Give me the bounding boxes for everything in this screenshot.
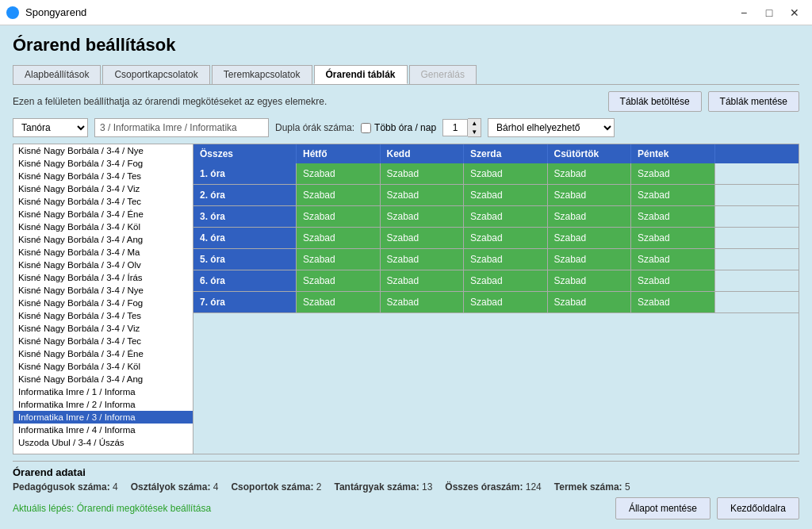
grid-cell[interactable]: Szabad [381, 185, 465, 205]
grid-cell[interactable]: Szabad [631, 249, 715, 270]
stat-item: Összes óraszám: 124 [445, 481, 541, 493]
grid-row: 2. óraSzabadSzabadSzabadSzabadSzabad [193, 185, 799, 206]
list-item[interactable]: Informatika Imre / 4 / Informa [13, 424, 193, 436]
list-item[interactable]: Kisné Nagy Borbála / 3-4 / Írás [13, 271, 193, 284]
tab-teremkapcsolatok[interactable]: Teremkapcsolatok [212, 65, 312, 84]
list-item[interactable]: Kisné Nagy Borbála / 3-4 / Fog [13, 157, 193, 170]
grid-cell[interactable]: Szabad [297, 228, 381, 248]
grid-cell[interactable]: Szabad [548, 185, 632, 205]
grid-cell[interactable]: Szabad [464, 292, 548, 312]
grid-cell[interactable]: Szabad [548, 228, 632, 248]
grid-cell[interactable]: Szabad [548, 270, 632, 291]
aktualis-text: Aktuális lépés: Órarendi megkötések beál… [13, 503, 211, 514]
kezdolap-button[interactable]: Kezdőoldalra [717, 497, 799, 519]
list-item[interactable]: Kisné Nagy Borbála / 3-4 / Köl [13, 360, 193, 373]
grid-cell[interactable]: Szabad [631, 292, 715, 312]
grid-cell[interactable]: Szabad [548, 163, 632, 184]
toolbar-buttons: Táblák betöltése Táblák mentése [608, 91, 799, 112]
close-button[interactable]: ✕ [783, 4, 806, 21]
grid-cell[interactable]: Szabad [381, 292, 465, 312]
grid-col-hetfo: Hétfő [297, 144, 381, 163]
list-item[interactable]: Kisné Nagy Borbála / 3-4 / Éne [13, 347, 193, 360]
placement-select[interactable]: Bárhol elhelyezhető Csak reggel Csak dél… [488, 118, 615, 137]
minimize-button[interactable]: − [733, 4, 755, 21]
grid-cell[interactable]: Szabad [297, 270, 381, 291]
grid-cell[interactable]: Szabad [464, 228, 548, 248]
grid-cell[interactable]: Szabad [631, 163, 715, 184]
list-item[interactable]: Kisné Nagy Borbála / 3-4 / Viz [13, 182, 193, 195]
grid-cell[interactable]: Szabad [631, 185, 715, 205]
grid-cell[interactable]: Szabad [297, 206, 381, 227]
tab-csoportkapcsolatok[interactable]: Csoportkapcsolatok [102, 65, 209, 84]
row-label: 2. óra [193, 185, 297, 205]
grid-cell[interactable]: Szabad [381, 270, 465, 291]
list-item[interactable]: Kisné Nagy Borbála / 3-4 / Nye [13, 144, 193, 157]
grid-cell[interactable]: Szabad [297, 249, 381, 270]
schedule-grid: Összes Hétfő Kedd Szerda Csütörtök Pénte… [193, 144, 799, 454]
grid-cell[interactable]: Szabad [631, 206, 715, 227]
list-item[interactable]: Kisné Nagy Borbála / 3-4 / Tes [13, 309, 193, 322]
list-item[interactable]: Kisné Nagy Borbála / 3-4 / Nye [13, 284, 193, 297]
grid-cell[interactable]: Szabad [548, 206, 632, 227]
grid-cell[interactable]: Szabad [297, 292, 381, 312]
item-list[interactable]: Kisné Nagy Borbála / 3-4 / NyeKisné Nagy… [13, 144, 193, 454]
list-item[interactable]: Kisné Nagy Borbála / 3-4 / Tec [13, 195, 193, 208]
stat-item: Osztályok száma: 4 [131, 481, 219, 493]
list-item[interactable]: Kisné Nagy Borbála / 3-4 / Olv [13, 259, 193, 271]
list-item[interactable]: Kisné Nagy Borbála / 3-4 / Ang [13, 373, 193, 385]
grid-cell[interactable]: Szabad [548, 249, 632, 270]
tobb-ora-checkbox[interactable] [361, 123, 371, 133]
grid-cell[interactable]: Szabad [381, 163, 465, 184]
list-item[interactable]: Kisné Nagy Borbála / 3-4 / Köl [13, 220, 193, 233]
list-item[interactable]: Kisné Nagy Borbála / 3-4 / Éne [13, 208, 193, 220]
grid-col-szerda: Szerda [464, 144, 548, 163]
grid-cell[interactable]: Szabad [464, 163, 548, 184]
row-label: 5. óra [193, 249, 297, 270]
spinner-input[interactable] [442, 119, 468, 136]
spinner-group: ▲ ▼ [442, 118, 481, 137]
grid-cell[interactable]: Szabad [297, 163, 381, 184]
row-label: 6. óra [193, 270, 297, 291]
grid-cell[interactable]: Szabad [381, 249, 465, 270]
stat-item: Tantárgyak száma: 13 [335, 481, 433, 493]
grid-cell[interactable]: Szabad [297, 185, 381, 205]
save-tables-button[interactable]: Táblák mentése [708, 91, 799, 112]
grid-cell[interactable]: Szabad [464, 206, 548, 227]
spinner-buttons: ▲ ▼ [468, 118, 481, 137]
tab-bar: Alapbeállítások Csoportkapcsolatok Terem… [13, 65, 799, 85]
grid-col-osszes: Összes [193, 144, 297, 163]
list-item[interactable]: Kisné Nagy Borbála / 3-4 / Ma [13, 246, 193, 259]
grid-cell[interactable]: Szabad [631, 270, 715, 291]
spinner-down[interactable]: ▼ [468, 128, 481, 136]
tobb-ora-label: Több óra / nap [374, 122, 436, 133]
grid-cell[interactable]: Szabad [381, 206, 465, 227]
list-item[interactable]: Informatika Imre / 3 / Informa [13, 411, 193, 424]
list-item[interactable]: Kisné Nagy Borbála / 3-4 / Fog [13, 297, 193, 309]
list-item[interactable]: Kisné Nagy Borbála / 3-4 / Ang [13, 233, 193, 246]
grid-cell[interactable]: Szabad [464, 249, 548, 270]
stat-item: Pedagógusok száma: 4 [13, 481, 118, 493]
footer-stats: Pedagógusok száma: 4Osztályok száma: 4Cs… [13, 481, 799, 493]
list-item[interactable]: Informatika Imre / 2 / Informa [13, 398, 193, 411]
grid-cell[interactable]: Szabad [631, 228, 715, 248]
footer-title: Órarend adatai [13, 466, 799, 478]
restore-button[interactable]: □ [758, 4, 780, 21]
grid-cell[interactable]: Szabad [464, 185, 548, 205]
allapot-mentes-button[interactable]: Állapot mentése [615, 497, 710, 519]
list-item[interactable]: Informatika Imre / 1 / Informa [13, 385, 193, 398]
type-select[interactable]: Tanóra Tanterem Pedagógus [13, 118, 88, 137]
tab-alapbeallitasok[interactable]: Alapbeállítások [13, 65, 101, 84]
footer-action-buttons: Állapot mentése Kezdőoldalra [615, 497, 799, 519]
list-item[interactable]: Kisné Nagy Borbála / 3-4 / Tes [13, 170, 193, 182]
grid-cell[interactable]: Szabad [548, 292, 632, 312]
grid-body: 1. óraSzabadSzabadSzabadSzabadSzabad2. ó… [193, 163, 799, 454]
grid-cell[interactable]: Szabad [464, 270, 548, 291]
tobb-ora-group: Több óra / nap [361, 122, 436, 133]
list-item[interactable]: Kisné Nagy Borbála / 3-4 / Viz [13, 322, 193, 335]
list-item[interactable]: Uszoda Ubul / 3-4 / Úszás [13, 436, 193, 449]
list-item[interactable]: Kisné Nagy Borbála / 3-4 / Tec [13, 335, 193, 347]
load-tables-button[interactable]: Táblák betöltése [608, 91, 702, 112]
tab-orarendi-tablak[interactable]: Órarendi táblák [314, 65, 408, 84]
grid-cell[interactable]: Szabad [381, 228, 465, 248]
spinner-up[interactable]: ▲ [468, 119, 481, 128]
